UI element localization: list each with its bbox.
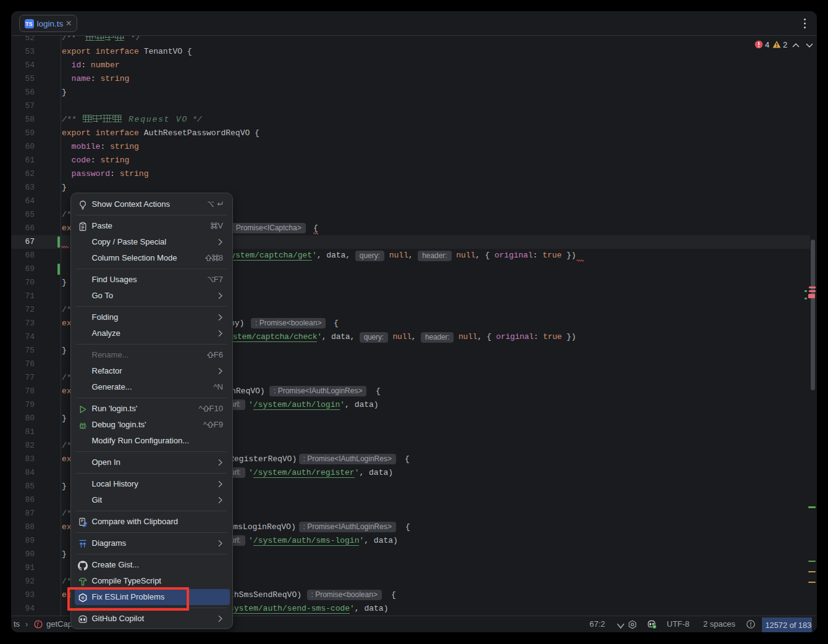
- svg-text:f: f: [37, 621, 40, 627]
